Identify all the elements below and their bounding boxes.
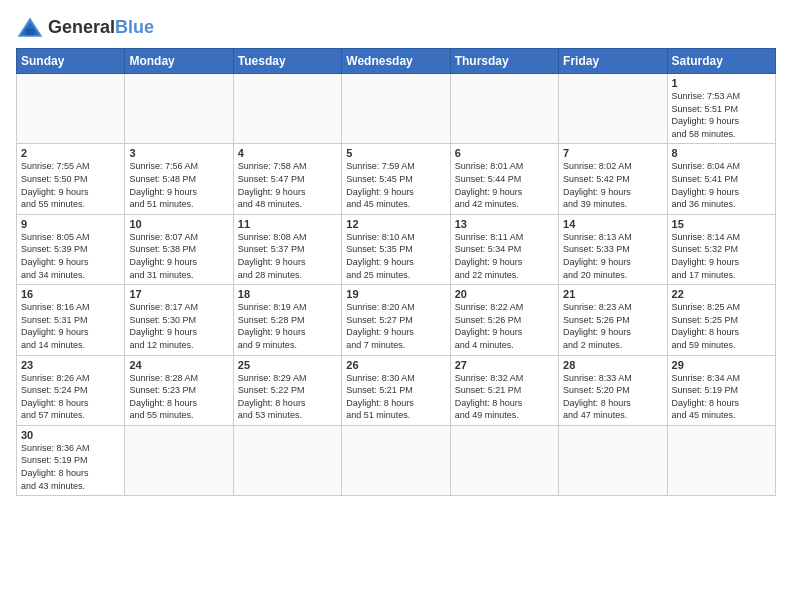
day-number: 10: [129, 218, 228, 230]
day-info: Sunrise: 8:16 AM Sunset: 5:31 PM Dayligh…: [21, 301, 120, 351]
day-cell: [559, 74, 667, 144]
day-number: 8: [672, 147, 771, 159]
day-info: Sunrise: 8:34 AM Sunset: 5:19 PM Dayligh…: [672, 372, 771, 422]
week-row-0: 1Sunrise: 7:53 AM Sunset: 5:51 PM Daylig…: [17, 74, 776, 144]
day-cell: 17Sunrise: 8:17 AM Sunset: 5:30 PM Dayli…: [125, 285, 233, 355]
day-cell: 8Sunrise: 8:04 AM Sunset: 5:41 PM Daylig…: [667, 144, 775, 214]
day-number: 18: [238, 288, 337, 300]
day-info: Sunrise: 8:13 AM Sunset: 5:33 PM Dayligh…: [563, 231, 662, 281]
day-info: Sunrise: 8:30 AM Sunset: 5:21 PM Dayligh…: [346, 372, 445, 422]
day-number: 4: [238, 147, 337, 159]
day-cell: 5Sunrise: 7:59 AM Sunset: 5:45 PM Daylig…: [342, 144, 450, 214]
day-cell: [17, 74, 125, 144]
day-cell: 13Sunrise: 8:11 AM Sunset: 5:34 PM Dayli…: [450, 214, 558, 284]
day-info: Sunrise: 7:59 AM Sunset: 5:45 PM Dayligh…: [346, 160, 445, 210]
day-cell: [342, 425, 450, 495]
day-info: Sunrise: 8:26 AM Sunset: 5:24 PM Dayligh…: [21, 372, 120, 422]
day-cell: 20Sunrise: 8:22 AM Sunset: 5:26 PM Dayli…: [450, 285, 558, 355]
day-cell: 7Sunrise: 8:02 AM Sunset: 5:42 PM Daylig…: [559, 144, 667, 214]
day-cell: 28Sunrise: 8:33 AM Sunset: 5:20 PM Dayli…: [559, 355, 667, 425]
day-cell: [233, 74, 341, 144]
day-info: Sunrise: 8:19 AM Sunset: 5:28 PM Dayligh…: [238, 301, 337, 351]
logo-text: GeneralBlue: [48, 17, 154, 38]
day-number: 2: [21, 147, 120, 159]
day-info: Sunrise: 8:05 AM Sunset: 5:39 PM Dayligh…: [21, 231, 120, 281]
day-info: Sunrise: 8:25 AM Sunset: 5:25 PM Dayligh…: [672, 301, 771, 351]
day-info: Sunrise: 8:11 AM Sunset: 5:34 PM Dayligh…: [455, 231, 554, 281]
weekday-header-wednesday: Wednesday: [342, 49, 450, 74]
weekday-header-sunday: Sunday: [17, 49, 125, 74]
day-number: 22: [672, 288, 771, 300]
weekday-header-thursday: Thursday: [450, 49, 558, 74]
day-info: Sunrise: 7:55 AM Sunset: 5:50 PM Dayligh…: [21, 160, 120, 210]
day-cell: [450, 74, 558, 144]
day-cell: [667, 425, 775, 495]
weekday-header-row: SundayMondayTuesdayWednesdayThursdayFrid…: [17, 49, 776, 74]
day-info: Sunrise: 8:32 AM Sunset: 5:21 PM Dayligh…: [455, 372, 554, 422]
week-row-4: 23Sunrise: 8:26 AM Sunset: 5:24 PM Dayli…: [17, 355, 776, 425]
day-cell: 25Sunrise: 8:29 AM Sunset: 5:22 PM Dayli…: [233, 355, 341, 425]
day-info: Sunrise: 8:02 AM Sunset: 5:42 PM Dayligh…: [563, 160, 662, 210]
day-info: Sunrise: 8:29 AM Sunset: 5:22 PM Dayligh…: [238, 372, 337, 422]
day-number: 26: [346, 359, 445, 371]
day-cell: 1Sunrise: 7:53 AM Sunset: 5:51 PM Daylig…: [667, 74, 775, 144]
day-cell: [125, 425, 233, 495]
day-number: 5: [346, 147, 445, 159]
day-number: 21: [563, 288, 662, 300]
day-cell: 15Sunrise: 8:14 AM Sunset: 5:32 PM Dayli…: [667, 214, 775, 284]
day-number: 6: [455, 147, 554, 159]
day-number: 27: [455, 359, 554, 371]
day-info: Sunrise: 8:10 AM Sunset: 5:35 PM Dayligh…: [346, 231, 445, 281]
day-info: Sunrise: 8:08 AM Sunset: 5:37 PM Dayligh…: [238, 231, 337, 281]
day-cell: 9Sunrise: 8:05 AM Sunset: 5:39 PM Daylig…: [17, 214, 125, 284]
day-info: Sunrise: 8:14 AM Sunset: 5:32 PM Dayligh…: [672, 231, 771, 281]
day-info: Sunrise: 8:04 AM Sunset: 5:41 PM Dayligh…: [672, 160, 771, 210]
header: GeneralBlue: [16, 16, 776, 38]
day-number: 25: [238, 359, 337, 371]
calendar: SundayMondayTuesdayWednesdayThursdayFrid…: [16, 48, 776, 496]
day-number: 29: [672, 359, 771, 371]
logo: GeneralBlue: [16, 16, 154, 38]
day-number: 20: [455, 288, 554, 300]
day-number: 19: [346, 288, 445, 300]
day-cell: [559, 425, 667, 495]
day-cell: 12Sunrise: 8:10 AM Sunset: 5:35 PM Dayli…: [342, 214, 450, 284]
week-row-3: 16Sunrise: 8:16 AM Sunset: 5:31 PM Dayli…: [17, 285, 776, 355]
day-cell: [233, 425, 341, 495]
day-cell: 27Sunrise: 8:32 AM Sunset: 5:21 PM Dayli…: [450, 355, 558, 425]
weekday-header-saturday: Saturday: [667, 49, 775, 74]
day-number: 17: [129, 288, 228, 300]
day-info: Sunrise: 8:28 AM Sunset: 5:23 PM Dayligh…: [129, 372, 228, 422]
day-cell: 18Sunrise: 8:19 AM Sunset: 5:28 PM Dayli…: [233, 285, 341, 355]
logo-icon: [16, 16, 44, 38]
week-row-1: 2Sunrise: 7:55 AM Sunset: 5:50 PM Daylig…: [17, 144, 776, 214]
day-info: Sunrise: 7:58 AM Sunset: 5:47 PM Dayligh…: [238, 160, 337, 210]
day-cell: 23Sunrise: 8:26 AM Sunset: 5:24 PM Dayli…: [17, 355, 125, 425]
day-info: Sunrise: 8:01 AM Sunset: 5:44 PM Dayligh…: [455, 160, 554, 210]
day-info: Sunrise: 8:22 AM Sunset: 5:26 PM Dayligh…: [455, 301, 554, 351]
day-cell: 11Sunrise: 8:08 AM Sunset: 5:37 PM Dayli…: [233, 214, 341, 284]
day-info: Sunrise: 8:33 AM Sunset: 5:20 PM Dayligh…: [563, 372, 662, 422]
day-cell: [342, 74, 450, 144]
day-cell: [450, 425, 558, 495]
day-number: 13: [455, 218, 554, 230]
day-number: 14: [563, 218, 662, 230]
day-cell: 14Sunrise: 8:13 AM Sunset: 5:33 PM Dayli…: [559, 214, 667, 284]
day-info: Sunrise: 8:20 AM Sunset: 5:27 PM Dayligh…: [346, 301, 445, 351]
day-cell: 6Sunrise: 8:01 AM Sunset: 5:44 PM Daylig…: [450, 144, 558, 214]
day-cell: 4Sunrise: 7:58 AM Sunset: 5:47 PM Daylig…: [233, 144, 341, 214]
day-info: Sunrise: 8:17 AM Sunset: 5:30 PM Dayligh…: [129, 301, 228, 351]
day-cell: 3Sunrise: 7:56 AM Sunset: 5:48 PM Daylig…: [125, 144, 233, 214]
day-cell: 16Sunrise: 8:16 AM Sunset: 5:31 PM Dayli…: [17, 285, 125, 355]
weekday-header-monday: Monday: [125, 49, 233, 74]
day-info: Sunrise: 8:07 AM Sunset: 5:38 PM Dayligh…: [129, 231, 228, 281]
day-cell: 19Sunrise: 8:20 AM Sunset: 5:27 PM Dayli…: [342, 285, 450, 355]
day-number: 24: [129, 359, 228, 371]
day-number: 7: [563, 147, 662, 159]
day-cell: 30Sunrise: 8:36 AM Sunset: 5:19 PM Dayli…: [17, 425, 125, 495]
day-number: 1: [672, 77, 771, 89]
day-cell: 2Sunrise: 7:55 AM Sunset: 5:50 PM Daylig…: [17, 144, 125, 214]
week-row-2: 9Sunrise: 8:05 AM Sunset: 5:39 PM Daylig…: [17, 214, 776, 284]
day-cell: 10Sunrise: 8:07 AM Sunset: 5:38 PM Dayli…: [125, 214, 233, 284]
day-number: 23: [21, 359, 120, 371]
